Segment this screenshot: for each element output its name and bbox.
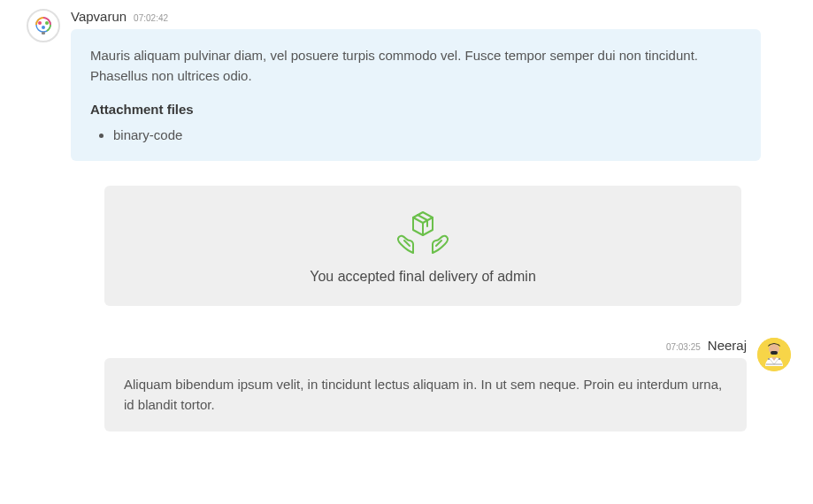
message-bubble: Mauris aliquam pulvinar diam, vel posuer… [71, 29, 761, 161]
lightbulb-icon [32, 14, 55, 37]
username[interactable]: Neeraj [708, 338, 747, 353]
system-notice: You accepted final delivery of admin [104, 186, 741, 306]
message-row-neeraj: 07:03:25 Neeraj Aliquam bibendum ipsum v… [27, 338, 791, 431]
message-header: Vapvarun 07:02:42 [71, 9, 761, 24]
timestamp: 07:03:25 [666, 342, 701, 352]
svg-rect-7 [771, 351, 778, 355]
delivery-hands-icon [394, 209, 452, 258]
attachments-heading: Attachment files [90, 99, 741, 119]
message-header: 07:03:25 Neeraj [104, 338, 747, 353]
message-bubble: Aliquam bibendum ipsum velit, in tincidu… [104, 358, 747, 431]
avatar-vapvarun[interactable] [27, 9, 60, 42]
attachments-list: binary-code [113, 125, 741, 145]
message-text: Mauris aliquam pulvinar diam, vel posuer… [90, 45, 741, 87]
svg-point-2 [45, 21, 49, 25]
message-text: Aliquam bibendum ipsum velit, in tincidu… [124, 374, 727, 416]
message-content: Vapvarun 07:02:42 Mauris aliquam pulvina… [71, 9, 761, 161]
message-row-vapvarun: Vapvarun 07:02:42 Mauris aliquam pulvina… [27, 9, 791, 161]
svg-point-3 [42, 26, 45, 29]
timestamp: 07:02:42 [134, 13, 168, 23]
svg-point-1 [38, 21, 42, 25]
svg-point-9 [778, 358, 780, 360]
username[interactable]: Vapvarun [71, 9, 127, 24]
avatar-neeraj[interactable] [757, 338, 791, 371]
delivery-icon-wrap [122, 209, 724, 258]
svg-point-8 [768, 358, 770, 360]
person-avatar-icon [757, 338, 791, 371]
attachment-item[interactable]: binary-code [113, 125, 741, 145]
svg-rect-4 [42, 32, 45, 34]
system-text: You accepted final delivery of admin [122, 269, 724, 285]
message-content: 07:03:25 Neeraj Aliquam bibendum ipsum v… [104, 338, 747, 431]
